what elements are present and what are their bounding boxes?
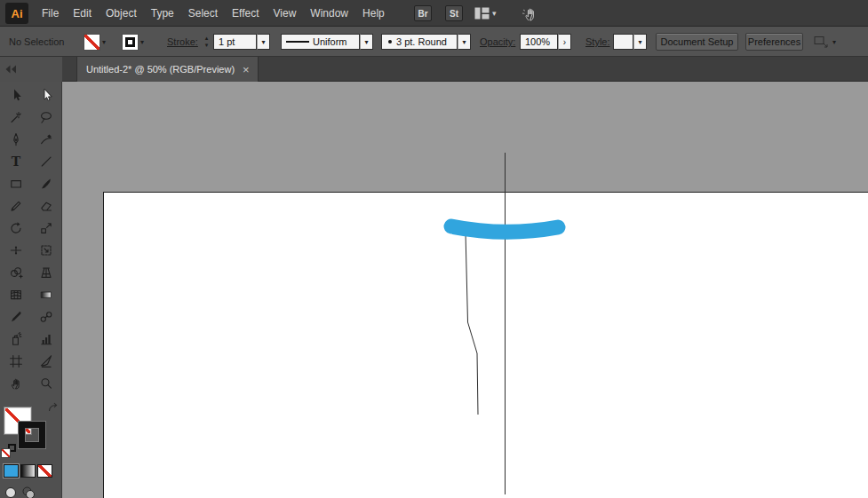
perspective-grid-tool[interactable] xyxy=(31,261,61,283)
chevron-down-icon: ▾ xyxy=(638,38,641,46)
menu-view[interactable]: View xyxy=(267,0,304,27)
app-logo: Ai xyxy=(5,3,28,24)
gradient-tool[interactable] xyxy=(31,283,61,305)
width-profile-field[interactable]: Uniform xyxy=(281,34,360,50)
stroke-ring-icon xyxy=(125,37,135,47)
stepper-down-icon[interactable]: ▾ xyxy=(205,42,209,49)
paintbrush-tool[interactable] xyxy=(31,172,61,194)
tool-grid: T xyxy=(1,83,61,394)
menu-select[interactable]: Select xyxy=(181,0,225,27)
stroke-weight-field[interactable]: 1 pt xyxy=(213,34,257,50)
fill-swatch[interactable] xyxy=(84,35,100,50)
curvature-tool[interactable] xyxy=(31,128,61,150)
menu-object[interactable]: Object xyxy=(99,0,144,27)
pen-tool[interactable] xyxy=(1,128,31,150)
hand-tool-icon xyxy=(9,376,23,391)
rectangle-tool-icon xyxy=(9,177,23,191)
type-tool[interactable]: T xyxy=(1,150,31,172)
document-tab-bar: Untitled-2* @ 50% (RGB/Preview) × xyxy=(0,57,868,82)
column-graph-tool[interactable] xyxy=(31,328,61,350)
artboard-tool[interactable] xyxy=(1,350,31,372)
menu-effect[interactable]: Effect xyxy=(225,0,266,27)
touch-workspace-icon[interactable] xyxy=(520,4,539,22)
width-tool-icon xyxy=(9,243,23,257)
style-label[interactable]: Style: xyxy=(585,27,610,57)
magic-wand-tool[interactable] xyxy=(1,106,31,128)
type-tool-icon: T xyxy=(12,154,20,169)
gradient-button[interactable] xyxy=(21,465,35,477)
menu-type[interactable]: Type xyxy=(144,0,181,27)
eraser-tool[interactable] xyxy=(31,194,61,217)
shape-builder-tool[interactable] xyxy=(1,261,31,283)
eyedropper-tool[interactable] xyxy=(1,305,31,328)
selection-tool[interactable] xyxy=(1,83,31,106)
fill-chevron-icon[interactable]: ▾ xyxy=(102,38,106,46)
canvas[interactable] xyxy=(62,82,868,498)
zoom-tool[interactable] xyxy=(31,372,61,394)
pen-tool-icon xyxy=(9,132,23,146)
style-dropdown[interactable]: ▾ xyxy=(633,34,647,50)
style-field[interactable] xyxy=(613,34,633,50)
pencil-tool[interactable] xyxy=(1,194,31,217)
symbol-sprayer-tool-icon xyxy=(9,332,23,346)
workspace-chevron-icon[interactable]: ▾ xyxy=(492,0,497,27)
collapse-panel-icon[interactable] xyxy=(4,65,17,74)
eraser-tool-icon xyxy=(39,199,53,213)
stroke-swatch[interactable] xyxy=(123,35,138,50)
draw-normal-icon[interactable] xyxy=(4,486,18,498)
chevron-down-icon: ▾ xyxy=(364,38,368,46)
document-tab[interactable]: Untitled-2* @ 50% (RGB/Preview) × xyxy=(76,57,259,82)
menu-help[interactable]: Help xyxy=(355,0,392,27)
document-setup-button[interactable]: Document Setup xyxy=(656,33,738,51)
default-fill-stroke-icon[interactable] xyxy=(2,444,16,458)
free-transform-tool[interactable] xyxy=(31,239,61,261)
line-segment-tool[interactable] xyxy=(31,150,61,172)
direct-selection-tool[interactable] xyxy=(31,83,61,106)
slice-tool[interactable] xyxy=(31,350,61,372)
stroke-weight-dropdown[interactable]: ▾ xyxy=(257,34,270,50)
scale-tool[interactable] xyxy=(31,217,61,239)
column-graph-tool-icon xyxy=(39,332,53,346)
lasso-tool[interactable] xyxy=(31,106,61,128)
mesh-tool[interactable] xyxy=(1,283,31,305)
eyedropper-tool-icon xyxy=(9,310,23,324)
artboard[interactable] xyxy=(103,192,868,498)
curvature-tool-icon xyxy=(39,132,53,146)
menu-window[interactable]: Window xyxy=(303,0,355,27)
menu-edit[interactable]: Edit xyxy=(66,0,99,27)
menu-file[interactable]: File xyxy=(35,0,66,27)
width-tool[interactable] xyxy=(1,239,31,261)
stroke-color-proxy[interactable] xyxy=(19,422,45,448)
gradient-tool-icon xyxy=(39,288,53,302)
preferences-button[interactable]: Preferences xyxy=(745,33,803,51)
panel-chevron-icon[interactable]: ▾ xyxy=(832,38,836,46)
blend-tool[interactable] xyxy=(31,305,61,328)
rotate-tool[interactable] xyxy=(1,217,31,239)
stroke-chevron-icon[interactable]: ▾ xyxy=(140,38,144,46)
none-button[interactable] xyxy=(38,465,52,477)
stroke-weight-stepper[interactable]: ▴ ▾ xyxy=(202,34,211,50)
symbol-sprayer-tool[interactable] xyxy=(1,328,31,350)
workspace-layout-icon[interactable] xyxy=(474,7,490,20)
rectangle-tool[interactable] xyxy=(1,172,31,194)
opacity-popout[interactable]: › xyxy=(558,34,571,50)
close-tab-icon[interactable]: × xyxy=(243,63,250,76)
paintbrush-tool-icon xyxy=(39,177,53,191)
draw-behind-icon[interactable] xyxy=(21,486,36,498)
color-button[interactable] xyxy=(4,465,18,477)
swap-fill-stroke-icon[interactable] xyxy=(47,402,59,414)
width-profile-dropdown[interactable]: ▾ xyxy=(360,34,373,50)
control-panel-menu-icon[interactable] xyxy=(814,36,829,48)
scale-tool-icon xyxy=(39,221,53,235)
opacity-field[interactable]: 100% xyxy=(520,34,558,50)
zoom-tool-icon xyxy=(39,376,53,391)
hand-tool[interactable] xyxy=(1,372,31,394)
opacity-label[interactable]: Opacity: xyxy=(480,27,515,57)
stepper-up-icon[interactable]: ▴ xyxy=(205,35,209,42)
bridge-button[interactable]: Br xyxy=(414,5,432,21)
brush-definition-dropdown[interactable]: ▾ xyxy=(458,34,471,50)
brush-definition-field[interactable]: 3 pt. Round xyxy=(381,34,458,50)
stock-button[interactable]: St xyxy=(445,5,463,21)
tab-strip: Untitled-2* @ 50% (RGB/Preview) × xyxy=(62,57,868,82)
stroke-label[interactable]: Stroke: xyxy=(167,27,198,57)
